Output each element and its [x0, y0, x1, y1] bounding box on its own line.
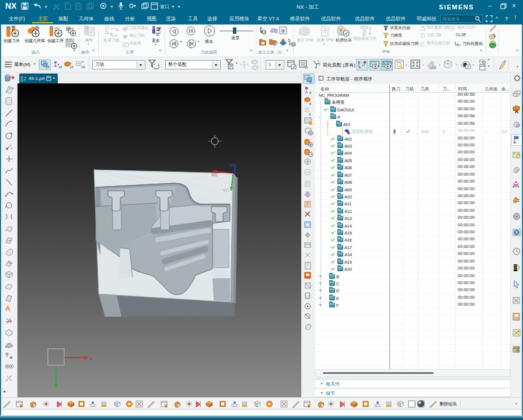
- svg-text:5: 5: [21, 79, 23, 82]
- svg-text:8: 8: [309, 113, 311, 116]
- svg-text:18: 18: [81, 65, 85, 69]
- svg-text:8: 8: [309, 91, 312, 94]
- svg-text:5: 5: [358, 61, 360, 65]
- svg-text:XC: XC: [211, 172, 218, 177]
- svg-text:ZC: ZC: [229, 163, 236, 168]
- svg-text:18: 18: [69, 65, 74, 69]
- svg-text:8: 8: [309, 102, 312, 106]
- svg-text:YC: YC: [222, 188, 229, 193]
- svg-text:18: 18: [46, 65, 50, 69]
- svg-text:5: 5: [288, 38, 291, 43]
- svg-text:18: 18: [58, 65, 62, 69]
- svg-text:y: y: [319, 62, 320, 66]
